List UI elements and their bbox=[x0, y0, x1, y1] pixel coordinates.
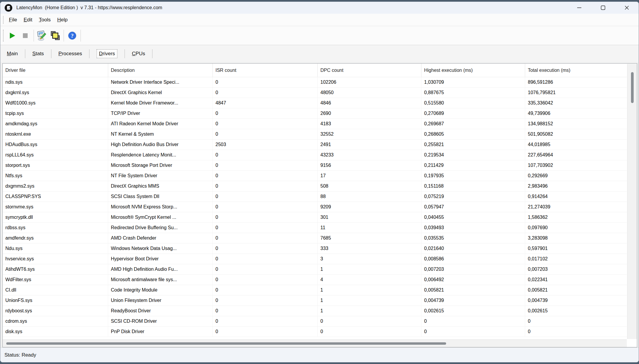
layers-icon bbox=[50, 31, 60, 41]
table-row[interactable]: ndis.sys Network Driver Interface Speci.… bbox=[3, 77, 627, 88]
table-row[interactable]: rdbss.sys Redirected Drive Buffering Su.… bbox=[3, 223, 627, 233]
table-row[interactable]: CI.dll Code Integrity Module 0 1 0,00582… bbox=[3, 285, 627, 295]
cell-isr-count: 0 bbox=[213, 285, 318, 295]
app-icon bbox=[4, 4, 12, 12]
table-row[interactable]: AtihdWT6.sys AMD High Definition Audio F… bbox=[3, 264, 627, 275]
header-description[interactable]: Description bbox=[108, 64, 213, 77]
tab-main[interactable]: Main bbox=[0, 45, 24, 62]
table-row[interactable]: ntoskrnl.exe NT Kernel & System 0 32552 … bbox=[3, 129, 627, 140]
cell-driver-file: rdyboost.sys bbox=[3, 306, 108, 316]
cell-isr-count: 0 bbox=[213, 264, 318, 274]
cell-description: High Definition Audio Bus Driver bbox=[108, 140, 213, 150]
cell-highest-execution: 0,197935 bbox=[421, 171, 525, 181]
table-row[interactable]: disk.sys PnP Disk Driver 0 0 0 0 bbox=[3, 327, 627, 337]
horizontal-scrollbar[interactable] bbox=[3, 339, 627, 347]
header-isr-count[interactable]: ISR count bbox=[213, 64, 318, 77]
table-row[interactable]: amdkmdag.sys ATI Radeon Kernel Mode Driv… bbox=[3, 119, 627, 129]
table-row[interactable]: UnionFS.sys Union Filesystem Driver 0 1 … bbox=[3, 295, 627, 306]
cell-dpc-count: 88 bbox=[318, 192, 421, 202]
cell-dpc-count: 102206 bbox=[318, 77, 421, 87]
table-row[interactable]: CLASSPNP.SYS SCSI Class System Dll 0 88 … bbox=[3, 192, 627, 202]
vertical-scrollbar[interactable] bbox=[627, 64, 637, 339]
cell-isr-count: 4847 bbox=[213, 98, 318, 108]
header-highest-execution[interactable]: Highest execution (ms) bbox=[421, 64, 525, 77]
cell-driver-file: cdrom.sys bbox=[3, 316, 108, 326]
cell-dpc-count: 3 bbox=[318, 254, 421, 264]
cell-highest-execution: 0 bbox=[421, 316, 525, 326]
vertical-scrollbar-thumb[interactable] bbox=[631, 72, 634, 103]
table-row[interactable]: storport.sys Microsoft Storage Port Driv… bbox=[3, 160, 627, 171]
table-row[interactable]: amdfendr.sys AMD Crash Defender 0 7685 0… bbox=[3, 233, 627, 243]
cell-driver-file: amdkmdag.sys bbox=[3, 119, 108, 129]
cell-total-execution: 0,292669 bbox=[525, 171, 627, 181]
table-row[interactable]: tcpip.sys TCP/IP Driver 0 2690 0,270689 … bbox=[3, 108, 627, 119]
menu-grip-handle[interactable] bbox=[3, 16, 4, 24]
cell-highest-execution: 0,219534 bbox=[421, 150, 525, 160]
monitor-edit-icon bbox=[37, 30, 48, 41]
cell-description: Kernel Mode Driver Framewor... bbox=[108, 98, 213, 108]
cell-description: Microsoft Storage Port Driver bbox=[108, 160, 213, 170]
table-row[interactable]: dxgkrnl.sys DirectX Graphics Kernel 0 48… bbox=[3, 88, 627, 98]
start-monitor-button[interactable] bbox=[6, 29, 19, 42]
menu-item-tools[interactable]: Tools bbox=[36, 15, 54, 25]
cell-total-execution: 134,988152 bbox=[525, 119, 627, 129]
options-button[interactable] bbox=[36, 29, 49, 42]
table-row[interactable]: HDAudBus.sys High Definition Audio Bus D… bbox=[3, 140, 627, 150]
table-row[interactable]: Wdf01000.sys Kernel Mode Driver Framewor… bbox=[3, 98, 627, 108]
cell-isr-count: 0 bbox=[213, 192, 318, 202]
cell-total-execution: 49,739906 bbox=[525, 108, 627, 118]
header-dpc-count[interactable]: DPC count bbox=[318, 64, 421, 77]
header-driver-file[interactable]: Driver file bbox=[3, 64, 108, 77]
cell-total-execution: 0,022341 bbox=[525, 275, 627, 285]
table-row[interactable]: Ntfs.sys NT File System Driver 0 17 0,19… bbox=[3, 171, 627, 181]
table-row[interactable]: stornvme.sys Microsoft NVM Express Storp… bbox=[3, 202, 627, 212]
cell-dpc-count: 1 bbox=[318, 285, 421, 295]
table-row[interactable]: cdrom.sys SCSI CD-ROM Driver 0 0 0 0 bbox=[3, 316, 627, 327]
table-row[interactable]: symcryptk.dll Microsoft® SymCrypt Kernel… bbox=[3, 212, 627, 223]
horizontal-scrollbar-thumb[interactable] bbox=[6, 342, 446, 345]
title-bar[interactable]: LatencyMon (Home Edition ) v 7.31 - http… bbox=[0, 2, 639, 14]
tab-drivers[interactable]: Drivers bbox=[90, 45, 124, 62]
processes-window-button[interactable] bbox=[49, 29, 62, 42]
status-text: Status: Ready bbox=[4, 352, 36, 358]
cell-dpc-count: 0 bbox=[318, 316, 421, 326]
client-area: Driver file Description ISR count DPC co… bbox=[0, 62, 639, 347]
cell-description: Union Filesystem Driver bbox=[108, 295, 213, 306]
help-button[interactable]: ? bbox=[66, 29, 79, 42]
cell-highest-execution: 0,269687 bbox=[421, 119, 525, 129]
cell-total-execution: 227,654964 bbox=[525, 150, 627, 160]
header-total-execution[interactable]: Total execution (ms) bbox=[525, 64, 627, 77]
minimize-button[interactable] bbox=[567, 2, 591, 14]
table-row[interactable]: hvservice.sys Hypervisor Boot Driver 0 3… bbox=[3, 254, 627, 264]
toolbar-separator bbox=[81, 30, 81, 42]
cell-description: AMD Crash Defender bbox=[108, 233, 213, 243]
menu-item-edit[interactable]: Edit bbox=[20, 15, 35, 25]
table-row[interactable]: dxgmms2.sys DirectX Graphics MMS 0 508 0… bbox=[3, 181, 627, 192]
menu-item-file[interactable]: File bbox=[6, 15, 20, 25]
cell-isr-count: 0 bbox=[213, 243, 318, 254]
minimize-icon bbox=[577, 5, 582, 10]
stop-icon bbox=[21, 32, 29, 39]
tab-cpus[interactable]: CPUs bbox=[125, 45, 152, 62]
tab-processes[interactable]: Processes bbox=[52, 45, 89, 62]
menu-item-help[interactable]: Help bbox=[54, 15, 71, 25]
table-row[interactable]: WdFilter.sys Microsoft antimalware file … bbox=[3, 275, 627, 285]
maximize-button[interactable] bbox=[591, 2, 615, 14]
table-row[interactable]: rdyboost.sys ReadyBoost Driver 0 1 0,002… bbox=[3, 306, 627, 316]
cell-dpc-count: 0 bbox=[318, 327, 421, 337]
cell-isr-count: 0 bbox=[213, 77, 318, 87]
cell-highest-execution: 0,006492 bbox=[421, 275, 525, 285]
svg-text:?: ? bbox=[71, 32, 74, 39]
stop-monitor-button[interactable] bbox=[19, 29, 32, 42]
close-button[interactable] bbox=[615, 2, 639, 14]
cell-driver-file: hvservice.sys bbox=[3, 254, 108, 264]
cell-description: TCP/IP Driver bbox=[108, 108, 213, 118]
cell-description: Windows Network Data Usag... bbox=[108, 243, 213, 254]
toolbar-grip-handle[interactable] bbox=[3, 30, 4, 42]
table-row[interactable]: Ndu.sys Windows Network Data Usag... 0 3… bbox=[3, 243, 627, 254]
table-row[interactable]: rspLLL64.sys Resplendence Latency Monit.… bbox=[3, 150, 627, 160]
tab-stats[interactable]: Stats bbox=[26, 45, 51, 62]
cell-driver-file: Ndu.sys bbox=[3, 243, 108, 254]
cell-dpc-count: 301 bbox=[318, 212, 421, 222]
cell-driver-file: UnionFS.sys bbox=[3, 295, 108, 306]
